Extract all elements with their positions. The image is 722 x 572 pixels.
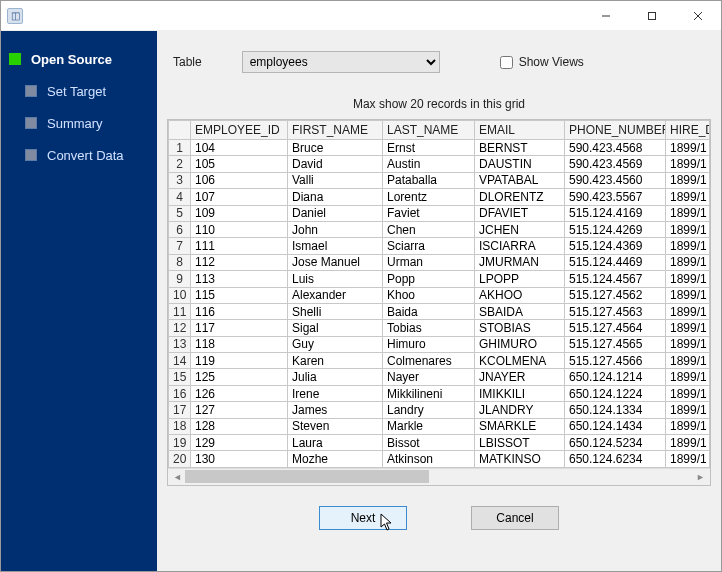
cell[interactable]: 127 [191, 402, 288, 418]
cell[interactable]: Colmenares [383, 353, 475, 369]
cell[interactable]: Mikkilineni [383, 385, 475, 401]
cell[interactable]: 515.124.4269 [565, 221, 666, 237]
cell[interactable]: Luis [288, 271, 383, 287]
table-row[interactable]: 2105DavidAustinDAUSTIN590.423.45691899/1 [169, 156, 710, 172]
cell[interactable]: MATKINSO [475, 451, 565, 467]
table-row[interactable]: 10115AlexanderKhooAKHOO515.127.45621899/… [169, 287, 710, 303]
cell[interactable]: 1899/1 [666, 287, 710, 303]
cell[interactable]: 515.127.4562 [565, 287, 666, 303]
cell[interactable]: JCHEN [475, 221, 565, 237]
cell[interactable]: Tobias [383, 320, 475, 336]
cell[interactable]: BERNST [475, 140, 565, 156]
column-header[interactable]: PHONE_NUMBER [565, 121, 666, 140]
cell[interactable]: 105 [191, 156, 288, 172]
cell[interactable]: Daniel [288, 205, 383, 221]
table-row[interactable]: 12117SigalTobiasSTOBIAS515.127.45641899/… [169, 320, 710, 336]
cell[interactable]: 1899/1 [666, 254, 710, 270]
cell[interactable]: 650.124.5234 [565, 435, 666, 451]
cell[interactable]: 126 [191, 385, 288, 401]
cell[interactable]: Irene [288, 385, 383, 401]
cell[interactable]: 1899/1 [666, 369, 710, 385]
horizontal-scrollbar[interactable]: ◄ ► [168, 468, 710, 485]
cell[interactable]: 515.127.4565 [565, 336, 666, 352]
cell[interactable]: Chen [383, 221, 475, 237]
cell[interactable]: 1899/1 [666, 238, 710, 254]
table-row[interactable]: 1104BruceErnstBERNST590.423.45681899/1 [169, 140, 710, 156]
cell[interactable]: GHIMURO [475, 336, 565, 352]
cell[interactable]: Steven [288, 418, 383, 434]
table-row[interactable]: 5109DanielFavietDFAVIET515.124.41691899/… [169, 205, 710, 221]
cell[interactable]: 1899/1 [666, 205, 710, 221]
show-views-label[interactable]: Show Views [519, 55, 584, 69]
cell[interactable]: 1899/1 [666, 451, 710, 467]
cell[interactable]: JMURMAN [475, 254, 565, 270]
minimize-button[interactable] [583, 1, 629, 31]
cell[interactable]: SMARKLE [475, 418, 565, 434]
cell[interactable]: JNAYER [475, 369, 565, 385]
cell[interactable]: 1899/1 [666, 221, 710, 237]
column-header[interactable]: EMAIL [475, 121, 565, 140]
cell[interactable]: 129 [191, 435, 288, 451]
cell[interactable]: 125 [191, 369, 288, 385]
cell[interactable]: IMIKKILI [475, 385, 565, 401]
cell[interactable]: 111 [191, 238, 288, 254]
cell[interactable]: Valli [288, 172, 383, 188]
cell[interactable]: Himuro [383, 336, 475, 352]
cell[interactable]: 1899/1 [666, 435, 710, 451]
cell[interactable]: Faviet [383, 205, 475, 221]
cell[interactable]: John [288, 221, 383, 237]
cell[interactable]: Ismael [288, 238, 383, 254]
column-header[interactable]: EMPLOYEE_ID [191, 121, 288, 140]
cell[interactable]: 515.127.4564 [565, 320, 666, 336]
cell[interactable]: JLANDRY [475, 402, 565, 418]
column-header[interactable]: FIRST_NAME [288, 121, 383, 140]
cell[interactable]: 115 [191, 287, 288, 303]
cell[interactable]: 116 [191, 303, 288, 319]
cell[interactable]: 1899/1 [666, 353, 710, 369]
cell[interactable]: 1899/1 [666, 303, 710, 319]
cell[interactable]: ISCIARRA [475, 238, 565, 254]
cell[interactable]: Sciarra [383, 238, 475, 254]
cell[interactable]: Bissot [383, 435, 475, 451]
cell[interactable]: 107 [191, 189, 288, 205]
cell[interactable]: 515.124.4169 [565, 205, 666, 221]
wizard-step-summary[interactable]: Summary [23, 109, 151, 137]
cell[interactable]: Shelli [288, 303, 383, 319]
cell[interactable]: 590.423.4560 [565, 172, 666, 188]
cell[interactable]: Mozhe [288, 451, 383, 467]
table-row[interactable]: 14119KarenColmenaresKCOLMENA515.127.4566… [169, 353, 710, 369]
cell[interactable]: 515.124.4369 [565, 238, 666, 254]
cell[interactable]: 104 [191, 140, 288, 156]
cell[interactable]: 650.124.1434 [565, 418, 666, 434]
cell[interactable]: 110 [191, 221, 288, 237]
table-row[interactable]: 3106ValliPataballaVPATABAL590.423.456018… [169, 172, 710, 188]
cell[interactable]: Alexander [288, 287, 383, 303]
show-views-checkbox[interactable] [500, 56, 513, 69]
cell[interactable]: 106 [191, 172, 288, 188]
cell[interactable]: SBAIDA [475, 303, 565, 319]
cell[interactable]: 590.423.4569 [565, 156, 666, 172]
cell[interactable]: Ernst [383, 140, 475, 156]
cell[interactable]: 1899/1 [666, 336, 710, 352]
cell[interactable]: Khoo [383, 287, 475, 303]
cell[interactable]: Nayer [383, 369, 475, 385]
cell[interactable]: 650.124.6234 [565, 451, 666, 467]
cell[interactable]: Jose Manuel [288, 254, 383, 270]
wizard-step-set-target[interactable]: Set Target [23, 77, 151, 105]
cell[interactable]: VPATABAL [475, 172, 565, 188]
cell[interactable]: AKHOO [475, 287, 565, 303]
cell[interactable]: 1899/1 [666, 402, 710, 418]
cell[interactable]: 590.423.5567 [565, 189, 666, 205]
column-header[interactable]: HIRE_D [666, 121, 710, 140]
cell[interactable]: 515.127.4563 [565, 303, 666, 319]
cell[interactable]: Pataballa [383, 172, 475, 188]
cell[interactable]: 1899/1 [666, 320, 710, 336]
wizard-step-convert-data[interactable]: Convert Data [23, 141, 151, 169]
cell[interactable]: 515.124.4469 [565, 254, 666, 270]
table-select[interactable]: employees [242, 51, 440, 73]
cell[interactable]: 130 [191, 451, 288, 467]
cell[interactable]: 113 [191, 271, 288, 287]
cell[interactable]: 119 [191, 353, 288, 369]
cell[interactable]: Popp [383, 271, 475, 287]
cell[interactable]: Landry [383, 402, 475, 418]
